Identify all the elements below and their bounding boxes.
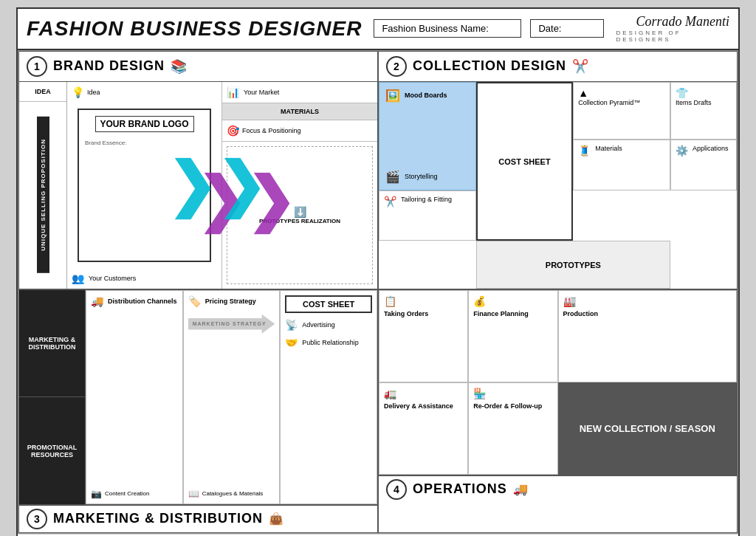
camera-icon: 📷 [91,489,102,499]
delivery-cell: 🚛 Delivery & Assistance [379,382,468,475]
logo-sub: DESIGNER OF DESIGNERS [616,30,729,43]
truck-icon: 🚚 [513,482,528,496]
storytelling-item: 🎬 Storytelling [385,170,470,184]
operations-section: 📋 Taking Orders 💰 Finance Planning 🏭 Pro… [378,289,738,533]
collection-design-section: 2 COLLECTION DESIGN ✂️ 🖼️ Mood Boards 🎬 … [378,51,738,289]
customers-row: 👥 Your Customers [72,272,217,284]
business-name-field[interactable]: Fashion Business Name: [374,19,521,38]
bag-icon: 👜 [269,512,284,526]
section4-title: OPERATIONS [413,481,507,497]
mood-boards-cell: 🖼️ Mood Boards 🎬 Storytelling [379,82,476,190]
header-fields: Fashion Business Name: Date: [374,19,604,38]
brand-logo-title: YOUR BRAND LOGO [95,116,194,132]
applications-cell: ⚙️ Applications [670,140,737,190]
brand-middle: 💡 Idea YOUR BRAND LOGO Brand Essence: 👥 … [67,82,222,289]
brand-design-header: 1 BRAND DESIGN 📚 [19,52,377,82]
brand-design-section: 1 BRAND DESIGN 📚 IDEA UNIQUE SELLING PRO… [18,51,378,289]
marketing-inner: MARKETING & DISTRIBUTION PROMOTIONAL RES… [19,290,377,504]
chart-icon: 📊 [227,86,239,98]
prototypes-label: PROTOTYPES [476,241,670,289]
collection-header: 2 COLLECTION DESIGN ✂️ [379,52,737,82]
brand-essence-label: Brand Essence: [85,140,204,146]
cost-sheet-col: COST SHEET [476,82,574,241]
promotional-label: PROMOTIONAL RESOURCES [19,396,85,504]
section4-num: 4 [386,479,407,500]
usp-label: UNIQUE SELLING PROPOSITION [37,117,49,273]
materials-cell-collection: 🧵 Materials [573,140,670,190]
page: FASHION BUSINESS DESIGNER Fashion Busine… [16,7,740,536]
items-drafts-cell: 👕 Items Drafts [670,82,737,140]
date-field[interactable]: Date: [530,19,604,38]
cost-sheet-mkt: COST SHEET [285,295,372,313]
tailoring-cell: ✂️ Tailoring & Fitting [379,190,476,241]
section3-title: MARKETING & DISTRIBUTION [53,511,263,526]
usp-cell: UNIQUE SELLING PROPOSITION [19,102,66,289]
content-creation-cell: 📷 Content Creation [91,489,178,499]
pr-icon: 🤝 [285,337,298,348]
target-icon: 🎯 [227,125,239,137]
section1-num: 1 [27,56,47,77]
lamp-icon: 💡 [72,86,84,98]
marketing-label: MARKETING & DISTRIBUTION [19,290,85,397]
taking-orders-cell: 📋 Taking Orders [379,290,468,382]
tailor-icon: ✂️ [384,196,396,207]
apps-icon: ⚙️ [676,145,688,157]
scissors-icon: ✂️ [572,58,588,75]
marketing-labels: MARKETING & DISTRIBUTION PROMOTIONAL RES… [19,290,86,504]
production-cell: 🏭 Production [558,290,738,382]
distribution-channels-cell: 🚚 Distribution Channels 📷 Content Creati… [86,290,183,504]
production-icon: 🏭 [563,295,732,307]
story-icon: 🎬 [385,170,400,184]
pricing-cell: 🏷️ Pricing Strategy MARKETING STRATEGY 📖… [183,290,281,504]
mood-boards-item: 🖼️ Mood Boards [385,89,470,103]
section1-title: BRAND DESIGN [53,58,165,74]
idea-label-cell: IDEA [19,82,66,102]
section2-num: 2 [386,56,407,77]
pyramid-icon: ▲ [578,87,588,99]
prototypes-cell: ⬇️ PROTOTYPES REALIZATION [227,146,373,284]
delivery-icon: 🚛 [384,388,463,399]
finance-icon: 💰 [473,295,552,307]
book-icon2: 📖 [188,489,199,499]
section2-title: COLLECTION DESIGN [413,58,566,74]
top-row: 💡 Idea [72,86,217,98]
price-icon: 🏷️ [188,295,201,307]
idea-item: 💡 Idea [72,86,100,98]
mood-icon: 🖼️ [385,89,400,103]
new-collection-cell: NEW COLLECTION / SEASON [558,382,738,475]
advertising-col: COST SHEET 📡 Advertising 🤝 Public Relati… [280,290,377,504]
shirt-icon: 👕 [676,87,688,99]
brand-logo-box: YOUR BRAND LOGO Brand Essence: [78,109,211,262]
reorder-icon: 🏪 [473,388,552,399]
brand-inner: IDEA UNIQUE SELLING PROPOSITION 💡 Idea [19,82,377,289]
pr-cell: 🤝 Public Relationship [285,337,372,348]
strategy-arrow-row: MARKETING STRATEGY [188,315,275,334]
book-icon: 📚 [171,58,187,75]
operations-inner: 📋 Taking Orders 💰 Finance Planning 🏭 Pro… [379,290,737,475]
prototype-icon: ⬇️ [294,206,306,218]
focus-cell: 🎯 Focus & Positioning [222,120,377,142]
brand-right: 📊 Your Market MATERIALS 🎯 Focus & Positi… [222,82,377,289]
app-title: FASHION BUSINESS DESIGNER [27,17,362,41]
marketing-footer: 3 MARKETING & DISTRIBUTION 👜 [19,504,377,532]
your-market-cell: 📊 Your Market [222,82,377,103]
logo-area: Corrado Manenti DESIGNER OF DESIGNERS [616,15,729,43]
catalogues-cell: 📖 Catalogues & Materials [188,489,275,499]
header: FASHION BUSINESS DESIGNER Fashion Busine… [18,9,738,50]
logo-text: Corrado Manenti [636,15,729,30]
finance-planning-cell: 💰 Finance Planning [468,290,557,382]
collection-inner: 🖼️ Mood Boards 🎬 Storytelling ▲ Collecti… [379,82,737,289]
advertising-cell: 📡 Advertising [285,319,372,331]
order-icon: 📋 [384,295,463,307]
section3-num: 3 [27,509,47,529]
collection-pyramid-cell: ▲ Collection Pyramid™ [573,82,670,140]
people-icon: 👥 [72,272,84,284]
idea-col: IDEA UNIQUE SELLING PROPOSITION [19,82,67,289]
dist-icon: 🚚 [91,295,103,307]
operations-footer: 4 OPERATIONS 🚚 [379,475,737,503]
strategy-arrow: MARKETING STRATEGY [188,315,275,334]
materials-cell: MATERIALS [222,103,377,120]
reorder-cell: 🏪 Re-Order & Follow-up [468,382,557,475]
marketing-section: MARKETING & DISTRIBUTION PROMOTIONAL RES… [18,289,378,533]
fabric-icon: 🧵 [578,145,591,157]
